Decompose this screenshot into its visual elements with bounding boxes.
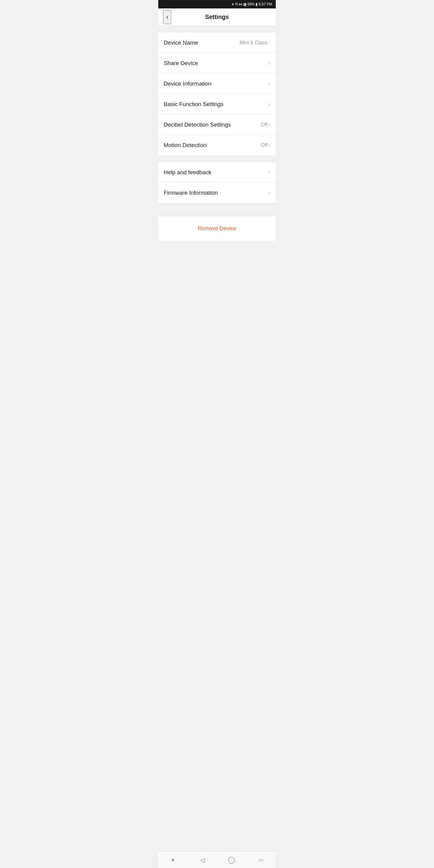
basic-function-label: Basic Function Settings <box>164 101 224 107</box>
header: ‹ Settings <box>158 8 276 26</box>
motion-detection-value: Off <box>261 142 267 148</box>
device-name-value: Mini 6 Class <box>240 40 268 46</box>
device-information-label: Device Information <box>164 81 211 87</box>
battery-icon: ▮ <box>255 2 258 6</box>
motion-detection-item[interactable]: Motion Detection Off › <box>158 135 276 156</box>
remove-device-section: Remove Device <box>158 216 276 241</box>
device-name-right: Mini 6 Class › <box>240 40 270 46</box>
device-name-chevron: › <box>269 40 270 45</box>
device-information-item[interactable]: Device Information › <box>158 73 276 94</box>
basic-function-settings-item[interactable]: Basic Function Settings › <box>158 94 276 115</box>
nfc-icon: N <box>236 2 238 6</box>
settings-group-1: Device Name Mini 6 Class › Share Device … <box>158 33 276 156</box>
status-icons: ∗ N ⋈ ▩ 68% ▮ 9:37 PM <box>231 2 272 6</box>
decibel-detection-item[interactable]: Decibel Detection Settings Off › <box>158 115 276 135</box>
decibel-detection-label: Decibel Detection Settings <box>164 121 231 128</box>
decibel-detection-chevron: › <box>269 122 270 127</box>
help-feedback-right: › <box>269 170 270 175</box>
decibel-detection-value: Off <box>261 122 267 128</box>
firmware-information-right: › <box>269 190 270 195</box>
wifi-icon: ⋈ <box>239 2 242 6</box>
settings-group-2: Help and feedback › Firmware Information… <box>158 162 276 203</box>
back-button[interactable]: ‹ <box>163 10 171 24</box>
device-information-chevron: › <box>269 81 270 87</box>
motion-detection-label: Motion Detection <box>164 142 207 149</box>
bluetooth-icon: ∗ <box>231 2 235 6</box>
share-device-label: Share Device <box>164 60 198 67</box>
firmware-information-chevron: › <box>269 190 270 195</box>
firmware-information-item[interactable]: Firmware Information › <box>158 183 276 203</box>
battery-percent: 68% <box>247 2 255 6</box>
section-spacer-middle <box>158 156 276 162</box>
share-device-item[interactable]: Share Device › <box>158 53 276 73</box>
bottom-area <box>158 241 276 301</box>
motion-detection-right: Off › <box>261 142 270 148</box>
firmware-information-label: Firmware Information <box>164 190 218 196</box>
remove-device-button[interactable]: Remove Device <box>192 222 242 235</box>
time: 9:37 PM <box>258 2 272 6</box>
basic-function-chevron: › <box>269 101 270 107</box>
basic-function-right: › <box>269 101 270 107</box>
section-spacer-top <box>158 26 276 33</box>
decibel-detection-right: Off › <box>261 122 270 128</box>
help-feedback-item[interactable]: Help and feedback › <box>158 162 276 183</box>
device-information-right: › <box>269 81 270 87</box>
device-name-label: Device Name <box>164 39 198 46</box>
page-title: Settings <box>205 13 229 21</box>
help-feedback-label: Help and feedback <box>164 169 211 176</box>
share-device-chevron: › <box>269 61 270 66</box>
motion-detection-chevron: › <box>269 143 270 148</box>
status-bar: ∗ N ⋈ ▩ 68% ▮ 9:37 PM <box>158 0 276 8</box>
signal-icon: ▩ <box>243 2 247 6</box>
share-device-right: › <box>269 61 270 66</box>
section-spacer-bottom <box>158 203 276 210</box>
help-feedback-chevron: › <box>269 170 270 175</box>
device-name-item[interactable]: Device Name Mini 6 Class › <box>158 33 276 53</box>
